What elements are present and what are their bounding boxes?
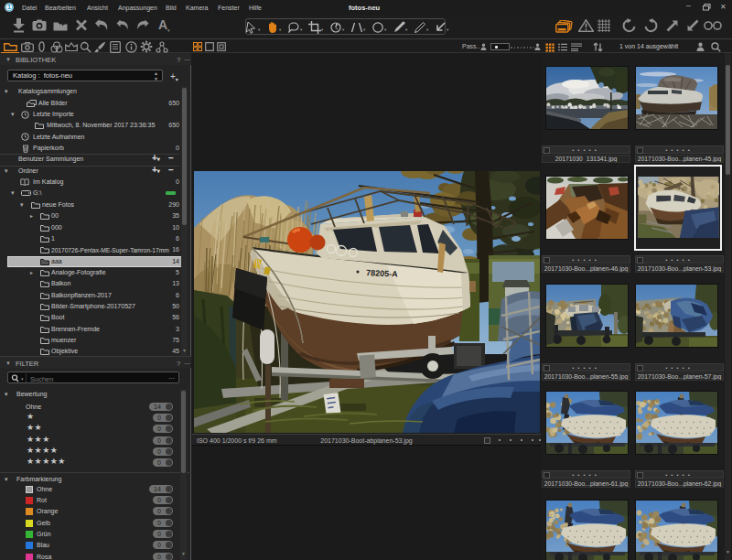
svg-text:78205-A: 78205-A	[366, 268, 398, 279]
svg-text:1: 1	[7, 4, 11, 10]
